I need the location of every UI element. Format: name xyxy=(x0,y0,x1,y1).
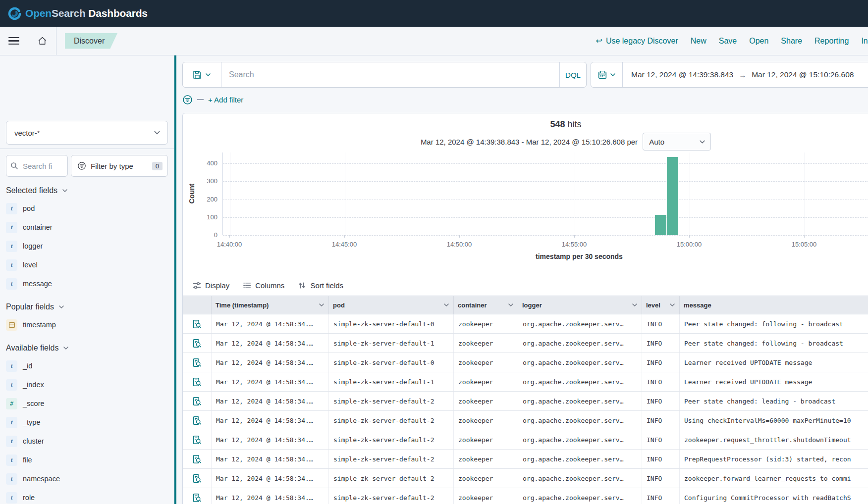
home-button[interactable] xyxy=(28,27,56,55)
chevron-down-icon xyxy=(610,72,616,78)
cell-time: Mar 12, 2024 @ 14:58:34.… xyxy=(212,430,329,449)
date-end[interactable]: Mar 12, 2024 @ 15:10:26.608 xyxy=(752,70,854,79)
chevron-down-icon xyxy=(205,72,211,78)
field-name: container xyxy=(23,223,53,231)
field-item-_type[interactable]: t_type xyxy=(6,413,168,432)
column-label: pod xyxy=(333,302,345,309)
string-field-icon: t xyxy=(6,259,17,271)
nav-link-new[interactable]: New xyxy=(691,37,706,46)
field-item-message[interactable]: tmessage xyxy=(6,274,168,293)
field-item-namespace[interactable]: tnamespace xyxy=(6,469,168,488)
expand-row-button[interactable] xyxy=(183,353,212,372)
column-header-pod[interactable]: pod xyxy=(329,296,454,314)
cell-time: Mar 12, 2024 @ 14:58:34.… xyxy=(212,314,329,333)
column-header-container[interactable]: container xyxy=(454,296,518,314)
cell-message: Configuring CommitProcessor with readBat… xyxy=(680,488,868,504)
x-axis-tick-label: 14:50:00 xyxy=(437,241,482,248)
histogram-bar[interactable] xyxy=(655,215,666,235)
field-item-_id[interactable]: t_id xyxy=(6,356,168,375)
expand-row-button[interactable] xyxy=(183,411,212,430)
y-gridline xyxy=(223,163,868,164)
field-item-_index[interactable]: t_index xyxy=(6,375,168,394)
nav-link-inspect[interactable]: Inspect xyxy=(861,37,868,46)
expand-row-button[interactable] xyxy=(183,469,212,488)
cell-pod: simple-zk-server-default-2 xyxy=(329,411,454,430)
section-header-popular-fields[interactable]: Popular fields xyxy=(6,302,168,312)
expand-document-icon xyxy=(192,435,202,445)
nav-link-share[interactable]: Share xyxy=(781,37,802,46)
quick-select-button[interactable] xyxy=(591,62,623,87)
field-item-_score[interactable]: #_score xyxy=(6,394,168,413)
cell-level: INFO xyxy=(642,488,680,504)
cell-pod: simple-zk-server-default-2 xyxy=(329,450,454,468)
histogram-bar[interactable] xyxy=(667,157,678,235)
dql-button[interactable]: DQL xyxy=(559,62,586,87)
expand-document-icon xyxy=(192,493,202,503)
breadcrumb[interactable]: Discover xyxy=(65,33,117,49)
string-field-icon: t xyxy=(6,417,17,428)
nav-bar: Discover ↩Use legacy DiscoverNewSaveOpen… xyxy=(0,27,868,55)
interval-select[interactable]: Auto xyxy=(643,133,711,151)
field-item-pod[interactable]: tpod xyxy=(6,199,168,218)
results-card: 548 hits Mar 12, 2024 @ 14:39:38.843 - M… xyxy=(182,113,868,504)
field-item-container[interactable]: tcontainer xyxy=(6,218,168,237)
date-start[interactable]: Mar 12, 2024 @ 14:39:38.843 xyxy=(631,70,733,79)
saved-query-button[interactable] xyxy=(183,62,221,87)
add-filter-button[interactable]: + Add filter xyxy=(208,96,243,104)
field-item-level[interactable]: tlevel xyxy=(6,255,168,274)
field-name: _type xyxy=(23,418,40,426)
field-item-timestamp[interactable]: timestamp xyxy=(6,315,168,334)
nav-link-open[interactable]: Open xyxy=(749,37,768,46)
column-header-message[interactable]: message xyxy=(680,296,868,314)
field-item-cluster[interactable]: tcluster xyxy=(6,432,168,451)
expand-row-button[interactable] xyxy=(183,314,212,333)
cell-container: zookeeper xyxy=(454,372,518,391)
cell-logger: org.apache.zookeeper.serv… xyxy=(518,469,642,488)
expand-row-button[interactable] xyxy=(183,392,212,410)
nav-link-use-legacy-discover[interactable]: ↩Use legacy Discover xyxy=(596,37,678,46)
filter-circle-icon[interactable] xyxy=(182,95,193,105)
menu-button[interactable] xyxy=(0,27,28,55)
column-label: level xyxy=(646,302,660,309)
section-header-selected-fields[interactable]: Selected fields xyxy=(6,185,168,196)
chevron-down-icon xyxy=(669,302,675,308)
toolbar-columns-button[interactable]: Columns xyxy=(243,281,284,290)
expand-row-button[interactable] xyxy=(183,334,212,353)
display-sliders-icon xyxy=(193,281,201,290)
y-gridline xyxy=(223,181,868,182)
column-header-time-timestamp-[interactable]: Time (timestamp) xyxy=(212,296,329,314)
cell-message: Peer state changed: following - broadcas… xyxy=(680,314,868,333)
field-name: file xyxy=(23,456,32,464)
cell-logger: org.apache.zookeeper.serv… xyxy=(518,488,642,504)
x-axis-tick xyxy=(574,235,575,238)
number-field-icon: # xyxy=(6,398,17,409)
field-item-role[interactable]: trole xyxy=(6,488,168,504)
column-header-level[interactable]: level xyxy=(642,296,680,314)
cell-level: INFO xyxy=(642,430,680,449)
expand-row-button[interactable] xyxy=(183,430,212,449)
date-picker: Mar 12, 2024 @ 14:39:38.843 → Mar 12, 20… xyxy=(591,62,868,88)
field-name: _score xyxy=(23,400,45,407)
toolbar-sort-fields-button[interactable]: Sort fields xyxy=(298,281,343,290)
section-header-available-fields[interactable]: Available fields xyxy=(6,343,168,353)
toolbar-display-button[interactable]: Display xyxy=(193,281,229,290)
expand-document-icon xyxy=(192,358,202,367)
expand-row-button[interactable] xyxy=(183,488,212,504)
nav-link-reporting[interactable]: Reporting xyxy=(814,37,849,46)
index-pattern-select[interactable]: vector-* xyxy=(6,121,168,145)
cell-time: Mar 12, 2024 @ 14:58:34.… xyxy=(212,411,329,430)
x-axis-tick-label: 15:00:00 xyxy=(667,241,711,248)
filter-by-type-button[interactable]: Filter by type 0 xyxy=(71,155,168,177)
expand-row-button[interactable] xyxy=(183,450,212,468)
search-input[interactable] xyxy=(221,70,559,79)
field-search-input[interactable] xyxy=(22,161,56,171)
expand-row-button[interactable] xyxy=(183,372,212,391)
field-item-logger[interactable]: tlogger xyxy=(6,237,168,255)
field-item-file[interactable]: tfile xyxy=(6,451,168,469)
results-table: Time (timestamp)podcontainerloggerlevelm… xyxy=(183,296,868,504)
nav-link-save[interactable]: Save xyxy=(719,37,737,46)
column-header-logger[interactable]: logger xyxy=(518,296,642,314)
string-field-icon: t xyxy=(6,278,17,290)
date-range[interactable]: Mar 12, 2024 @ 14:39:38.843 → Mar 12, 20… xyxy=(623,70,854,79)
cell-message: zookeeper.request_throttler.shutdownTime… xyxy=(680,430,868,449)
